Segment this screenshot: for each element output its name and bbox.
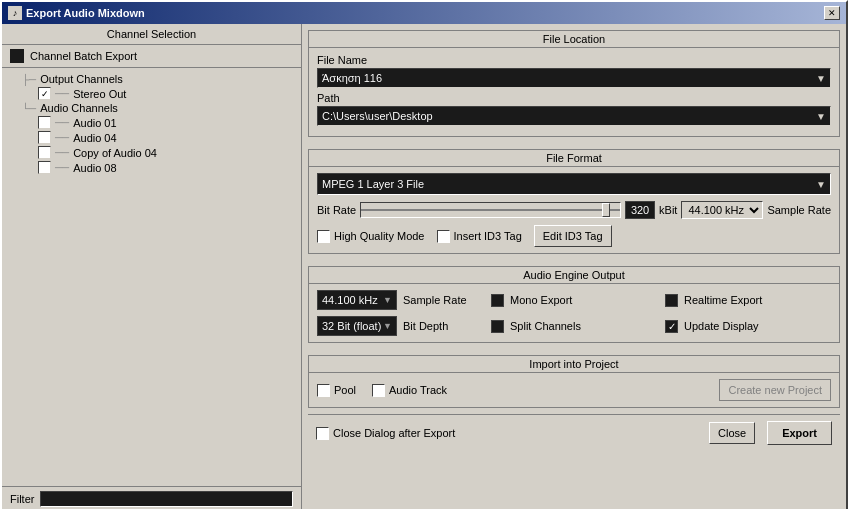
tree-output-channels[interactable]: ├─ Output Channels <box>2 72 301 86</box>
audio-08-label: Audio 08 <box>73 162 116 174</box>
audio-channels-label: Audio Channels <box>40 102 118 114</box>
main-window: ♪ Export Audio Mixdown ✕ Channel Selecti… <box>0 0 848 509</box>
audio-track-label: Audio Track <box>389 384 447 396</box>
sample-rate-ae-value: 44.100 kHz <box>322 294 378 306</box>
import-project-header: Import into Project <box>309 356 839 373</box>
audio-01-checkbox[interactable] <box>38 116 51 129</box>
edit-id3-button[interactable]: Edit ID3 Tag <box>534 225 612 247</box>
copy-audio-04-checkbox[interactable] <box>38 146 51 159</box>
stereo-out-checkbox[interactable]: ✓ <box>38 87 51 100</box>
audio-engine-section: Audio Engine Output 44.100 kHz ▼ Sample … <box>308 266 840 343</box>
update-display-row: ✓ Update Display <box>665 320 831 333</box>
window-title: Export Audio Mixdown <box>26 7 145 19</box>
file-format-section: File Format MPEG 1 Layer 3 File ▼ Bit Ra… <box>308 149 840 254</box>
file-name-dropdown[interactable]: Άσκηση 116 ▼ <box>317 68 831 88</box>
audio-engine-header: Audio Engine Output <box>309 267 839 284</box>
path-row: Path C:\Users\user\Desktop ▼ <box>317 92 831 126</box>
tree-audio-08[interactable]: ── Audio 08 <box>2 160 301 175</box>
pool-checkbox[interactable] <box>317 384 330 397</box>
insert-id3-cb[interactable]: Insert ID3 Tag <box>437 230 522 243</box>
split-channels-checkbox[interactable] <box>491 320 504 333</box>
kbit-label: kBit <box>659 204 677 216</box>
mono-export-checkbox[interactable] <box>491 294 504 307</box>
audio-04-checkbox[interactable] <box>38 131 51 144</box>
audio-track-checkbox[interactable] <box>372 384 385 397</box>
update-display-label: Update Display <box>684 320 759 332</box>
copy-audio-04-label: Copy of Audio 04 <box>73 147 157 159</box>
bottom-bar: Close Dialog after Export Close Export <box>308 414 840 451</box>
tree-copy-audio-04[interactable]: ── Copy of Audio 04 <box>2 145 301 160</box>
insert-id3-label: Insert ID3 Tag <box>454 230 522 242</box>
format-dropdown[interactable]: MPEG 1 Layer 3 File ▼ <box>317 173 831 195</box>
output-channels-label: Output Channels <box>40 73 123 85</box>
path-label: Path <box>317 92 831 104</box>
file-name-label: File Name <box>317 54 831 66</box>
slider-thumb[interactable] <box>602 203 610 217</box>
window-icon: ♪ <box>8 6 22 20</box>
bit-rate-label: Bit Rate <box>317 204 356 216</box>
pool-cb[interactable]: Pool <box>317 384 356 397</box>
file-name-arrow: ▼ <box>816 73 826 84</box>
realtime-export-checkbox[interactable] <box>665 294 678 307</box>
bit-depth-ae-label: Bit Depth <box>403 320 448 332</box>
split-channels-row: Split Channels <box>491 320 657 333</box>
import-project-section: Import into Project Pool Audio Track Cre… <box>308 355 840 408</box>
channel-batch-label: Channel Batch Export <box>30 50 137 62</box>
channel-tree: ├─ Output Channels ✓ ── Stereo Out └─ Au… <box>2 68 301 486</box>
path-value: C:\Users\user\Desktop <box>322 110 433 122</box>
format-value: MPEG 1 Layer 3 File <box>322 178 424 190</box>
right-panel: File Location File Name Άσκηση 116 ▼ Pat… <box>302 24 846 509</box>
insert-id3-checkbox[interactable] <box>437 230 450 243</box>
path-dropdown[interactable]: C:\Users\user\Desktop ▼ <box>317 106 831 126</box>
filter-bar: Filter <box>2 486 301 509</box>
format-arrow: ▼ <box>816 179 826 190</box>
bitrate-slider[interactable] <box>360 202 621 218</box>
path-arrow: ▼ <box>816 111 826 122</box>
sample-rate-ae-label: Sample Rate <box>403 294 467 306</box>
stereo-out-label: Stereo Out <box>73 88 126 100</box>
mono-export-row: Mono Export <box>491 294 657 307</box>
high-quality-label: High Quality Mode <box>334 230 425 242</box>
file-location-header: File Location <box>309 31 839 48</box>
audio-08-checkbox[interactable] <box>38 161 51 174</box>
channel-selection-header: Channel Selection <box>2 24 301 45</box>
sample-rate-ae-dropdown[interactable]: 44.100 kHz ▼ <box>317 290 397 310</box>
split-channels-label: Split Channels <box>510 320 581 332</box>
file-name-value: Άσκηση 116 <box>322 72 382 84</box>
tree-audio-01[interactable]: ── Audio 01 <box>2 115 301 130</box>
export-button[interactable]: Export <box>767 421 832 445</box>
tree-audio-04[interactable]: ── Audio 04 <box>2 130 301 145</box>
left-panel: Channel Selection Channel Batch Export ├… <box>2 24 302 509</box>
mono-export-label: Mono Export <box>510 294 572 306</box>
bit-depth-ae-dropdown[interactable]: 32 Bit (float) ▼ <box>317 316 397 336</box>
channel-batch-row: Channel Batch Export <box>2 45 301 68</box>
tree-stereo-out[interactable]: ✓ ── Stereo Out <box>2 86 301 101</box>
filter-input[interactable] <box>40 491 293 507</box>
tree-audio-channels[interactable]: └─ Audio Channels <box>2 101 301 115</box>
audio-track-cb[interactable]: Audio Track <box>372 384 447 397</box>
high-quality-checkbox[interactable] <box>317 230 330 243</box>
title-bar: ♪ Export Audio Mixdown ✕ <box>2 2 846 24</box>
sample-rate-select[interactable]: 44.100 kHz 48.000 kHz 96.000 kHz <box>681 201 763 219</box>
filter-label: Filter <box>10 493 34 505</box>
close-dialog-checkbox[interactable] <box>316 427 329 440</box>
file-format-header: File Format <box>309 150 839 167</box>
audio-04-label: Audio 04 <box>73 132 116 144</box>
update-display-checkbox[interactable]: ✓ <box>665 320 678 333</box>
bit-depth-ae-row: 32 Bit (float) ▼ Bit Depth <box>317 316 483 336</box>
channel-batch-icon <box>10 49 24 63</box>
high-quality-cb[interactable]: High Quality Mode <box>317 230 425 243</box>
realtime-export-row: Realtime Export <box>665 294 831 307</box>
file-location-section: File Location File Name Άσκηση 116 ▼ Pat… <box>308 30 840 137</box>
audio-01-label: Audio 01 <box>73 117 116 129</box>
bit-depth-ae-value: 32 Bit (float) <box>322 320 381 332</box>
close-dialog-label: Close Dialog after Export <box>333 427 455 439</box>
close-dialog-cb[interactable]: Close Dialog after Export <box>316 427 455 440</box>
file-name-row: File Name Άσκηση 116 ▼ <box>317 54 831 88</box>
sample-rate-ae-row: 44.100 kHz ▼ Sample Rate <box>317 290 483 310</box>
pool-label: Pool <box>334 384 356 396</box>
close-button[interactable]: Close <box>709 422 755 444</box>
create-project-button: Create new Project <box>719 379 831 401</box>
bit-value: 320 <box>625 201 655 219</box>
close-button[interactable]: ✕ <box>824 6 840 20</box>
